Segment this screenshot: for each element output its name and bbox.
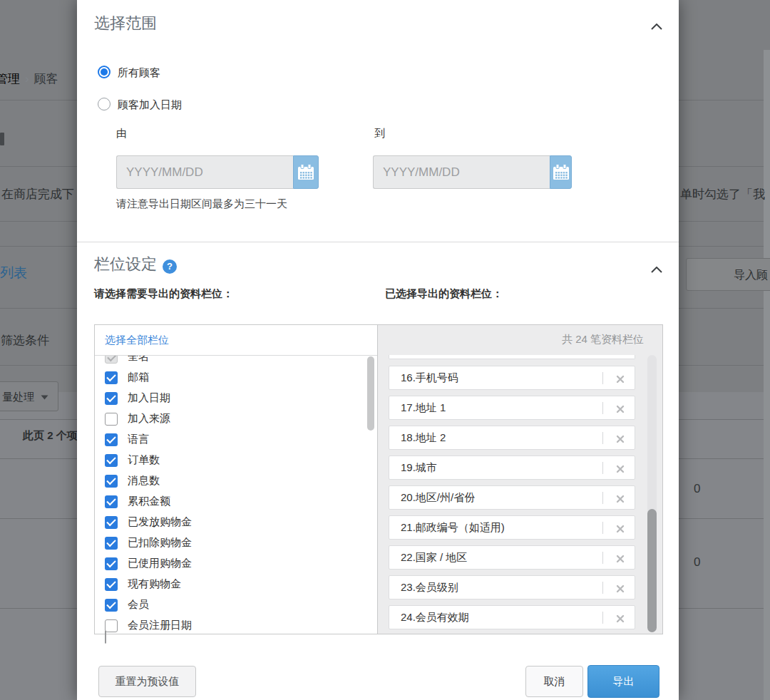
- checkbox[interactable]: [105, 495, 118, 508]
- import-customers-button[interactable]: 导入顾: [686, 258, 770, 291]
- close-icon: [616, 614, 625, 623]
- field-label: 会员注册日期: [128, 619, 192, 632]
- available-list-scrollbar[interactable]: [367, 356, 374, 431]
- selected-field-item[interactable]: 16.手机号码: [389, 366, 635, 390]
- available-fields-label: 请选择需要导出的资料栏位：: [94, 287, 233, 301]
- field-checkbox-row[interactable]: 订单数: [95, 450, 377, 470]
- field-checkbox-row[interactable]: 已发放购物金: [95, 512, 377, 532]
- field-checkbox-row[interactable]: 加入来源: [95, 408, 377, 429]
- close-icon: [616, 405, 625, 413]
- checkbox[interactable]: [105, 475, 118, 488]
- remove-field-button[interactable]: [616, 433, 625, 446]
- field-checkbox-row[interactable]: 已扣除购物金: [95, 532, 377, 553]
- export-button[interactable]: 导出: [587, 665, 659, 698]
- tab-customer-list[interactable]: 列表: [0, 264, 27, 282]
- checkbox[interactable]: [105, 454, 118, 467]
- remove-field-button[interactable]: [616, 613, 625, 626]
- item-separator: [602, 462, 603, 474]
- selected-field-item[interactable]: 23.会员级别: [389, 575, 635, 599]
- export-customers-screen: 管理›顾客 在商店完成下 单时勾选了「我 列表 导入顾 加筛选条件 量处理 此页…: [0, 0, 770, 700]
- selected-field-label: 18.地址 2: [401, 431, 446, 445]
- checkbox[interactable]: [105, 413, 118, 426]
- selected-list-scrollbar-thumb[interactable]: [647, 509, 657, 632]
- collapse-fields-button[interactable]: [651, 263, 662, 276]
- item-separator: [602, 582, 603, 594]
- field-label: 累积金额: [128, 495, 170, 508]
- remove-field-button[interactable]: [616, 463, 625, 476]
- field-checkbox-row[interactable]: 全名: [95, 356, 377, 367]
- selected-field-item[interactable]: 22.国家 / 地区: [389, 545, 635, 570]
- date-from-input[interactable]: [116, 155, 293, 189]
- breadcrumb-separator: ›: [20, 72, 34, 86]
- checkbox[interactable]: [105, 516, 118, 529]
- date-range-note: 请注意导出日期区间最多为三十一天: [116, 197, 287, 211]
- field-checkbox-row[interactable]: 现有购物金: [95, 574, 377, 595]
- close-icon: [616, 525, 625, 533]
- radio-join-date[interactable]: [98, 98, 111, 110]
- checkbox[interactable]: [105, 356, 118, 364]
- reset-defaults-button[interactable]: 重置为预设值: [98, 666, 196, 697]
- help-icon[interactable]: ?: [163, 259, 177, 274]
- import-customers-label: 导入顾: [734, 268, 768, 283]
- selected-field-item[interactable]: 20.地区/州/省份: [389, 485, 635, 510]
- remove-field-button[interactable]: [616, 493, 625, 506]
- radio-all-customers[interactable]: [98, 66, 111, 78]
- field-checkbox-row[interactable]: 邮箱: [95, 367, 377, 388]
- remove-field-button[interactable]: [616, 553, 625, 566]
- selected-field-item[interactable]: 19.城市: [389, 455, 635, 480]
- calendar-icon: [297, 163, 315, 182]
- collapse-range-button[interactable]: [651, 20, 662, 33]
- field-checkbox-row[interactable]: 会员注册日期: [95, 615, 377, 634]
- checkbox[interactable]: [105, 433, 118, 446]
- add-filter-link[interactable]: 加筛选条件: [0, 332, 49, 349]
- close-icon: [616, 555, 625, 563]
- item-separator: [602, 522, 603, 534]
- background-note-left: 在商店完成下: [1, 186, 74, 202]
- breadcrumb-current: 顾客: [34, 72, 58, 86]
- remove-field-button[interactable]: [616, 403, 625, 416]
- field-checkbox-row[interactable]: 已使用购物金: [95, 553, 377, 574]
- remove-field-button[interactable]: [616, 583, 625, 596]
- checkbox[interactable]: [105, 599, 118, 612]
- field-label: 已扣除购物金: [128, 536, 192, 550]
- available-fields-panel: 选择全部栏位 全名 邮箱 加入日期 加入来源 语言 订单数 消息数 累积金额 已…: [94, 324, 378, 634]
- page-scrollbar[interactable]: [764, 50, 770, 700]
- selected-field-item[interactable]: 18.地址 2: [389, 426, 635, 450]
- field-checkbox-row[interactable]: 消息数: [95, 470, 377, 491]
- radio-join-date-label[interactable]: 顾客加入日期: [118, 98, 182, 112]
- background-note-right: 单时勾选了「我: [680, 186, 765, 202]
- select-all-fields-link[interactable]: 选择全部栏位: [105, 334, 169, 347]
- cancel-button[interactable]: 取消: [525, 666, 583, 697]
- selected-field-item[interactable]: 17.地址 1: [389, 396, 635, 420]
- checkbox[interactable]: [105, 557, 118, 570]
- field-label: 已发放购物金: [128, 515, 192, 529]
- selected-field-label: 17.地址 1: [401, 401, 446, 415]
- checkbox[interactable]: [105, 578, 118, 591]
- date-to-calendar-button[interactable]: [550, 155, 572, 189]
- field-checkbox-row[interactable]: 累积金额: [95, 491, 377, 512]
- checkbox[interactable]: [105, 371, 118, 384]
- selected-fields-panel: 共 24 笔资料栏位 16.手机号码 17.地址 1 18.地址 2 19.城市…: [378, 324, 663, 634]
- checkbox[interactable]: [105, 619, 118, 632]
- item-separator: [602, 492, 603, 504]
- selected-field-item[interactable]: 24.会员有效期: [389, 605, 635, 629]
- checkbox[interactable]: [105, 630, 106, 644]
- field-checkbox-row[interactable]: 会员: [95, 595, 377, 615]
- remove-field-button[interactable]: [616, 523, 625, 536]
- checkbox[interactable]: [105, 392, 118, 405]
- checkbox[interactable]: [105, 537, 118, 550]
- date-to-input[interactable]: [373, 155, 550, 189]
- radio-all-customers-label[interactable]: 所有顾客: [118, 66, 160, 80]
- range-section-title: 选择范围: [94, 13, 157, 34]
- close-icon: [616, 495, 625, 503]
- batch-actions-button[interactable]: 量处理: [0, 381, 58, 411]
- field-checkbox-row[interactable]: 语言: [95, 429, 377, 450]
- field-label: 现有购物金: [128, 577, 181, 591]
- remove-field-button[interactable]: [616, 374, 625, 386]
- field-checkbox-row[interactable]: 加入日期: [95, 388, 377, 408]
- selected-field-item[interactable]: 21.邮政编号（如适用): [389, 515, 635, 540]
- breadcrumb-parent[interactable]: 管理: [0, 72, 20, 86]
- field-label: 加入来源: [128, 412, 170, 426]
- field-label: 语言: [128, 433, 149, 446]
- date-from-calendar-button[interactable]: [293, 155, 319, 189]
